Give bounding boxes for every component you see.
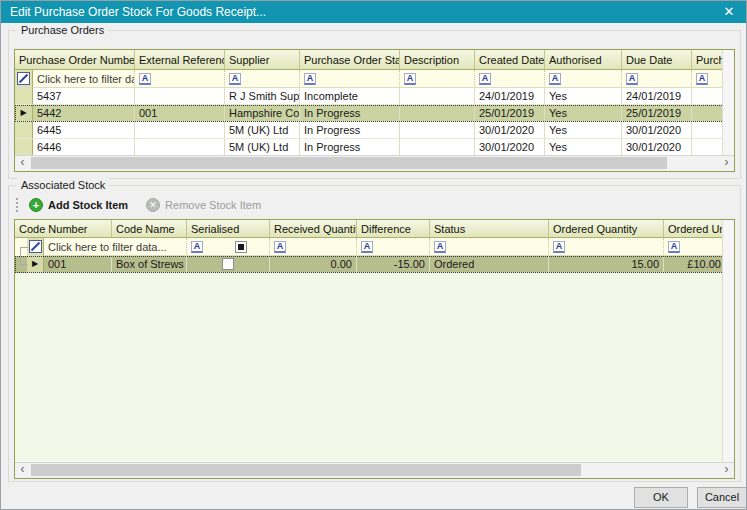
cell-external-reference[interactable] <box>135 139 225 156</box>
purchase-order-row[interactable]: 6446 5M (UK) Ltd In Progress 30/01/2020 … <box>15 139 734 156</box>
cell-created-date[interactable]: 25/01/2019 <box>475 105 545 122</box>
cell-supplier[interactable]: R J Smith Supplie <box>225 88 300 105</box>
vertical-scrollbar[interactable] <box>722 50 734 156</box>
cell-authorised[interactable]: Yes <box>545 122 622 139</box>
column-header-ordered-quantity[interactable]: Ordered Quantity <box>549 220 664 238</box>
cell-status[interactable]: Incomplete <box>300 88 400 105</box>
cell-external-reference[interactable] <box>135 88 225 105</box>
column-header-description[interactable]: Description <box>400 50 475 70</box>
cell-code-number[interactable]: 001 <box>44 256 112 273</box>
cell-status[interactable]: In Progress <box>300 139 400 156</box>
column-header-difference[interactable]: Difference <box>357 220 430 238</box>
filter-edit-icon[interactable] <box>27 238 44 256</box>
filter-condition-icon[interactable]: A <box>479 73 491 85</box>
scrollbar-thumb[interactable] <box>31 157 667 169</box>
filter-input-serialised[interactable]: A <box>187 238 270 256</box>
filter-condition-icon[interactable]: A <box>404 73 416 85</box>
cell-description[interactable] <box>400 88 475 105</box>
remove-stock-item-button[interactable]: ✕ Remove Stock Item <box>146 198 261 212</box>
cell-purchase-c[interactable] <box>692 88 725 105</box>
cell-authorised[interactable]: Yes <box>545 105 622 122</box>
close-icon[interactable]: ✕ <box>712 1 746 23</box>
filter-input-created-date[interactable]: A <box>475 70 545 88</box>
column-header-purchase-c[interactable]: Purchase C <box>692 50 725 70</box>
column-header-code-number[interactable]: Code Number <box>15 220 112 238</box>
column-header-status[interactable]: Status <box>430 220 549 238</box>
filter-condition-icon[interactable]: A <box>668 241 680 253</box>
cell-ordered-quantity[interactable]: 15.00 <box>549 256 664 273</box>
cell-ordered-unit-price[interactable]: £10.00 <box>664 256 725 273</box>
filter-input-purchase-order-status[interactable]: A <box>300 70 400 88</box>
cell-po-number[interactable]: 5437 <box>33 88 135 105</box>
cell-created-date[interactable]: 30/01/2020 <box>475 122 545 139</box>
filter-edit-icon[interactable] <box>15 70 33 88</box>
filter-input-due-date[interactable]: A <box>622 70 692 88</box>
cell-serialised[interactable] <box>187 256 270 273</box>
filter-input-purchase-c[interactable]: A <box>692 70 725 88</box>
filter-input-description[interactable]: A <box>400 70 475 88</box>
filter-input-ordered-unit-price[interactable]: A <box>664 238 725 256</box>
purchase-order-row[interactable]: 6445 5M (UK) Ltd In Progress 30/01/2020 … <box>15 122 734 139</box>
cell-po-number[interactable]: 5442 <box>33 105 135 122</box>
cell-po-number[interactable]: 6446 <box>33 139 135 156</box>
scroll-right-icon[interactable]: › <box>719 156 734 170</box>
cell-supplier[interactable]: 5M (UK) Ltd <box>225 122 300 139</box>
filter-input-authorised[interactable]: A <box>545 70 622 88</box>
column-header-ordered-unit-price[interactable]: Ordered Unit Price <box>664 220 725 238</box>
horizontal-scrollbar[interactable]: ‹ › <box>15 155 734 171</box>
filter-input-status[interactable]: A <box>430 238 549 256</box>
column-header-serialised[interactable]: Serialised <box>187 220 270 238</box>
filter-condition-icon[interactable]: A <box>139 73 151 85</box>
filter-input-external-reference[interactable]: A <box>135 70 225 88</box>
cell-purchase-c[interactable] <box>692 139 725 156</box>
cell-authorised[interactable]: Yes <box>545 88 622 105</box>
cell-due-date[interactable]: 25/01/2019 <box>622 105 692 122</box>
ok-button[interactable]: OK <box>634 487 688 508</box>
cell-created-date[interactable]: 30/01/2020 <box>475 139 545 156</box>
filter-input-ordered-quantity[interactable]: A <box>549 238 664 256</box>
filter-condition-icon[interactable]: A <box>361 241 373 253</box>
scroll-left-icon[interactable]: ‹ <box>15 156 30 170</box>
column-header-supplier[interactable]: Supplier <box>225 50 300 70</box>
cell-difference[interactable]: -15.00 <box>357 256 430 273</box>
purchase-order-row-selected[interactable]: ▶ 5442 001 Hampshire Count In Progress 2… <box>15 105 734 122</box>
filter-condition-icon[interactable]: A <box>696 73 708 85</box>
filter-condition-icon[interactable]: A <box>626 73 638 85</box>
serialised-checkbox[interactable] <box>222 258 234 270</box>
stock-item-row-selected[interactable]: ▶ 001 Box of Strews 0.00 -15.00 Ordered … <box>15 256 734 273</box>
cell-created-date[interactable]: 24/01/2019 <box>475 88 545 105</box>
filter-condition-icon[interactable]: A <box>553 241 565 253</box>
filter-condition-icon[interactable]: A <box>191 241 203 253</box>
cell-authorised[interactable]: Yes <box>545 139 622 156</box>
horizontal-scrollbar[interactable]: ‹ › <box>15 462 734 478</box>
cell-supplier[interactable]: 5M (UK) Ltd <box>225 139 300 156</box>
filter-condition-icon[interactable]: A <box>434 241 446 253</box>
add-stock-item-button[interactable]: + Add Stock Item <box>29 198 128 212</box>
cell-due-date[interactable]: 30/01/2020 <box>622 139 692 156</box>
filter-input-code[interactable]: Click here to filter data... <box>44 238 187 256</box>
toolbar-drag-handle[interactable] <box>16 198 21 212</box>
cell-external-reference[interactable] <box>135 122 225 139</box>
cell-description[interactable] <box>400 122 475 139</box>
filter-input-supplier[interactable]: A <box>225 70 300 88</box>
column-header-received-quantity[interactable]: Received Quantity <box>270 220 357 238</box>
column-header-code-name[interactable]: Code Name <box>112 220 187 238</box>
filter-condition-icon[interactable]: A <box>274 241 286 253</box>
purchase-order-row[interactable]: 5437 R J Smith Supplie Incomplete 24/01/… <box>15 88 734 105</box>
cell-po-number[interactable]: 6445 <box>33 122 135 139</box>
cancel-button[interactable]: Cancel <box>697 487 747 508</box>
filter-input-difference[interactable]: A <box>357 238 430 256</box>
filter-input-received-quantity[interactable]: A <box>270 238 357 256</box>
serialised-filter-checkbox[interactable] <box>235 241 247 253</box>
column-header-created-date[interactable]: Created Date <box>475 50 545 70</box>
column-header-authorised[interactable]: Authorised <box>545 50 622 70</box>
cell-status[interactable]: In Progress <box>300 122 400 139</box>
filter-input-purchase-order-number[interactable]: Click here to filter data... <box>33 70 135 88</box>
cell-status[interactable]: In Progress <box>300 105 400 122</box>
cell-description[interactable] <box>400 105 475 122</box>
cell-status[interactable]: Ordered <box>430 256 549 273</box>
cell-external-reference[interactable]: 001 <box>135 105 225 122</box>
cell-code-name[interactable]: Box of Strews <box>112 256 187 273</box>
filter-condition-icon[interactable]: A <box>549 73 561 85</box>
filter-condition-icon[interactable]: A <box>229 73 241 85</box>
